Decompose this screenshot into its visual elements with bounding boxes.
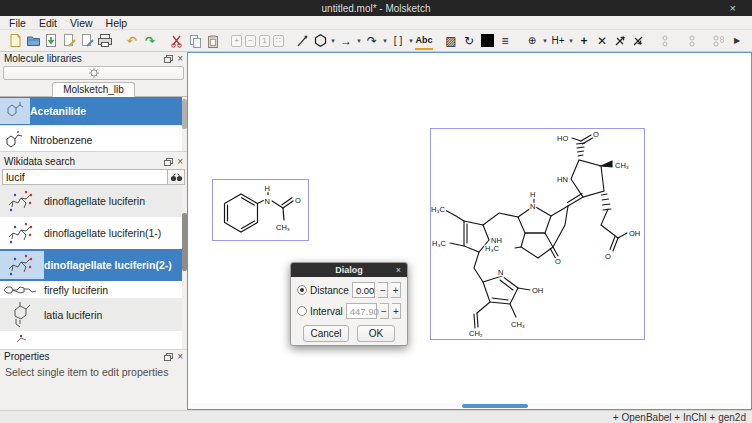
result-partial-row[interactable] (0, 331, 187, 345)
tab-molsketch-lib[interactable]: Molsketch_lib (52, 82, 135, 97)
curved-arrow-tool-icon[interactable]: ↷ (363, 32, 381, 50)
toolbar-overflow-icon[interactable]: ▶ (728, 32, 746, 50)
svg-text:CH₃: CH₃ (511, 320, 525, 329)
paste-icon[interactable] (204, 32, 222, 50)
move-tool-icon[interactable]: + (575, 32, 593, 50)
align-tool-3-icon[interactable] (710, 32, 728, 50)
panel-close-icon[interactable]: × (177, 352, 183, 362)
result-dinoflagellate-luciferin[interactable]: dinoflagellate luciferin (0, 185, 187, 217)
library-item-acetanilide[interactable]: Acetanilide (0, 97, 187, 126)
charge-dropdown-icon[interactable]: ▾ (541, 37, 549, 45)
cut-icon[interactable] (168, 32, 186, 50)
hydrogen-dropdown-icon[interactable]: ▾ (567, 37, 575, 45)
bracket-dropdown-icon[interactable]: ▾ (407, 37, 415, 45)
text-tool-icon[interactable]: Abc (415, 32, 433, 50)
interval-radio[interactable] (297, 306, 307, 316)
library-tabs: Molsketch_lib (0, 82, 187, 97)
molecule-acetanilide[interactable]: H N O CH₃ (212, 179, 309, 241)
distance-decrement-button[interactable]: − (378, 282, 388, 298)
export-icon[interactable] (78, 32, 96, 50)
hatch-tool-icon[interactable]: ▨ (442, 32, 460, 50)
copy-icon[interactable] (186, 32, 204, 50)
arrow-tool-icon[interactable]: → (337, 32, 355, 50)
library-item-nitrobenzene[interactable]: Nitrobenzene (0, 126, 187, 151)
bracket-tool-icon[interactable]: [ ] (389, 32, 407, 50)
dialog-titlebar[interactable]: Dialog × (291, 263, 407, 277)
draw-bond-icon[interactable] (293, 32, 311, 50)
library-settings-button[interactable] (3, 66, 184, 80)
svg-text:CH₃: CH₃ (615, 161, 629, 170)
result-latia-luciferin[interactable]: latia luciferin (0, 298, 187, 331)
menu-edit[interactable]: Edit (39, 17, 57, 29)
menu-help[interactable]: Help (106, 17, 128, 29)
window-close-icon[interactable]: × (730, 1, 736, 15)
distance-increment-button[interactable]: + (391, 282, 401, 298)
molecule-luciferin[interactable]: HO O CH₃ HN H N H₃C H₃C NH H₃C O OH O N … (430, 128, 645, 340)
zoom-original-icon[interactable]: 1 (259, 35, 270, 47)
align-tool-2-icon[interactable] (683, 32, 701, 50)
charge-tool-icon[interactable]: ⊕ (523, 32, 541, 50)
rotate-tool-icon[interactable]: ↻ (460, 32, 478, 50)
undo-icon[interactable]: ↶ (123, 32, 141, 50)
svg-text:O: O (555, 257, 561, 266)
save-as-icon[interactable] (60, 32, 78, 50)
molecule-thumbnail (0, 283, 44, 296)
svg-text:O: O (605, 252, 611, 261)
delete-tool-icon[interactable]: ✕ (593, 32, 611, 50)
redo-icon[interactable]: ↷ (141, 32, 159, 50)
svg-text:N: N (265, 197, 270, 206)
result-dinoflagellate-luciferin-2[interactable]: dinoflagellate luciferin(2-) (0, 249, 187, 281)
zoom-out-icon[interactable]: − (245, 35, 256, 47)
result-dinoflagellate-luciferin-1[interactable]: dinoflagellate luciferin(1-) (0, 217, 187, 249)
ring-tool-dropdown-icon[interactable]: ▾ (329, 37, 337, 45)
molecule-thumbnail (0, 127, 30, 151)
interval-decrement-button[interactable]: − (380, 303, 389, 319)
distance-radio[interactable] (297, 285, 307, 295)
dialog-close-icon[interactable]: × (396, 263, 401, 277)
acetanilide-structure: H N O CH₃ (213, 180, 308, 240)
mechanism-arrow-alt-icon[interactable] (629, 32, 647, 50)
panel-float-icon[interactable] (164, 55, 173, 63)
window-title: untitled.mol* - Molsketch (322, 3, 431, 14)
search-button[interactable] (167, 169, 185, 185)
panel-float-icon[interactable] (164, 353, 173, 361)
drawing-canvas[interactable]: H N O CH₃ (187, 52, 752, 410)
mechanism-arrow-icon[interactable] (611, 32, 629, 50)
wikidata-search-input[interactable] (2, 169, 167, 185)
open-folder-icon[interactable] (24, 32, 42, 50)
new-document-icon[interactable] (6, 32, 24, 50)
menubar: File Edit View Help (0, 16, 752, 30)
scrollbar-thumb[interactable] (462, 404, 528, 408)
molecule-libraries-panel: Molecule libraries × Molsketch_lib Aceta… (0, 52, 187, 152)
panel-float-icon[interactable] (164, 158, 173, 166)
ring-tool-icon[interactable] (311, 32, 329, 50)
cancel-button[interactable]: Cancel (303, 325, 349, 342)
line-width-icon[interactable]: ≡ (496, 32, 514, 50)
properties-panel: Properties × Select single item to edit … (0, 350, 187, 410)
panel-close-icon[interactable]: × (177, 54, 183, 64)
color-swatch-icon[interactable] (478, 32, 496, 50)
svg-text:O: O (593, 130, 599, 139)
zoom-in-icon[interactable]: + (231, 35, 242, 47)
interval-value-field[interactable]: 447.90 (346, 303, 377, 319)
distance-value-field[interactable]: 0.00 (352, 282, 376, 298)
hydrogen-tool-icon[interactable]: H+ (549, 32, 567, 50)
library-list: Acetanilide Nitrobenzene (0, 97, 187, 151)
interval-increment-button[interactable]: + (392, 303, 401, 319)
curved-arrow-dropdown-icon[interactable]: ▾ (381, 37, 389, 45)
arrow-tool-dropdown-icon[interactable]: ▾ (355, 37, 363, 45)
svg-text:N: N (530, 202, 535, 211)
menu-view[interactable]: View (70, 17, 93, 29)
align-tool-1-icon[interactable] (656, 32, 674, 50)
menu-file[interactable]: File (9, 17, 26, 29)
properties-panel-header: Properties × (0, 350, 187, 363)
zoom-fit-icon[interactable]: ∷ (273, 35, 284, 47)
save-icon[interactable] (42, 32, 60, 50)
print-icon[interactable] (96, 32, 114, 50)
panel-close-icon[interactable]: × (177, 157, 183, 167)
ok-button[interactable]: OK (357, 325, 395, 342)
result-firefly-luciferin[interactable]: firefly luciferin (0, 281, 187, 298)
canvas-horizontal-scrollbar[interactable] (189, 403, 750, 409)
statusbar: + OpenBabel + InChI + gen2d (0, 410, 752, 423)
interval-label: Interval (310, 306, 343, 317)
